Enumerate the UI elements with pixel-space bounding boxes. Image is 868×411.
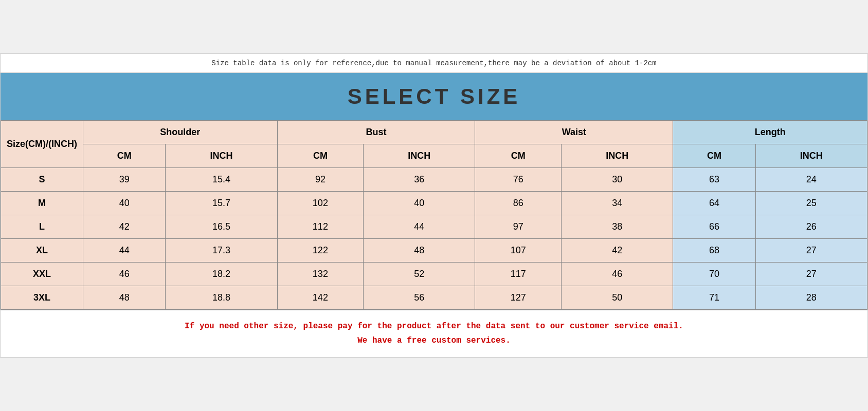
data-cell: 107: [475, 239, 562, 263]
data-cell: 76: [475, 168, 562, 192]
shoulder-group-header: Shoulder: [83, 121, 278, 144]
size-column-header: Size(CM)/(INCH): [1, 121, 83, 168]
table-row: XXL4618.213252117467027: [1, 263, 867, 286]
table-row: 3XL4818.814256127507128: [1, 286, 867, 310]
data-cell: 63: [673, 168, 755, 192]
data-cell: 52: [364, 263, 475, 286]
data-cell: 24: [755, 168, 867, 192]
data-cell: 18.2: [166, 263, 277, 286]
data-cell: 38: [562, 215, 673, 239]
data-cell: 16.5: [166, 215, 277, 239]
data-cell: 26: [755, 215, 867, 239]
size-label-cell: L: [1, 215, 83, 239]
shoulder-inch-header: INCH: [166, 144, 277, 168]
table-header-group-row: Size(CM)/(INCH) Shoulder Bust Waist Leng…: [1, 121, 867, 144]
data-cell: 48: [83, 286, 166, 310]
waist-inch-header: INCH: [562, 144, 673, 168]
data-cell: 15.7: [166, 192, 277, 215]
table-row: S3915.4923676306324: [1, 168, 867, 192]
data-cell: 34: [562, 192, 673, 215]
bust-cm-header: CM: [277, 144, 364, 168]
shoulder-cm-header: CM: [83, 144, 166, 168]
data-cell: 46: [83, 263, 166, 286]
data-cell: 28: [755, 286, 867, 310]
data-cell: 132: [277, 263, 364, 286]
data-cell: 40: [83, 192, 166, 215]
data-cell: 50: [562, 286, 673, 310]
data-cell: 127: [475, 286, 562, 310]
data-cell: 142: [277, 286, 364, 310]
data-cell: 30: [562, 168, 673, 192]
data-cell: 36: [364, 168, 475, 192]
length-group-header: Length: [673, 121, 867, 144]
data-cell: 92: [277, 168, 364, 192]
data-cell: 44: [83, 239, 166, 263]
table-subheader-row: CM INCH CM INCH CM INCH CM INCH: [1, 144, 867, 168]
footer-line2: We have a free custom services.: [11, 334, 857, 348]
disclaimer-text: Size table data is only for reference,du…: [1, 54, 867, 73]
data-cell: 66: [673, 215, 755, 239]
size-label-cell: XL: [1, 239, 83, 263]
data-cell: 68: [673, 239, 755, 263]
data-cell: 122: [277, 239, 364, 263]
table-body: S3915.4923676306324M4015.71024086346425L…: [1, 168, 867, 310]
header-banner: SELECT SIZE: [1, 73, 867, 120]
data-cell: 112: [277, 215, 364, 239]
data-cell: 27: [755, 239, 867, 263]
table-row: M4015.71024086346425: [1, 192, 867, 215]
table-row: XL4417.312248107426827: [1, 239, 867, 263]
footer-line1: If you need other size, please pay for t…: [11, 320, 857, 333]
waist-cm-header: CM: [475, 144, 562, 168]
bust-inch-header: INCH: [364, 144, 475, 168]
data-cell: 25: [755, 192, 867, 215]
data-cell: 71: [673, 286, 755, 310]
size-chart-container: Size table data is only for reference,du…: [0, 53, 868, 357]
data-cell: 18.8: [166, 286, 277, 310]
waist-group-header: Waist: [475, 121, 673, 144]
bust-group-header: Bust: [277, 121, 475, 144]
data-cell: 27: [755, 263, 867, 286]
length-inch-header: INCH: [755, 144, 867, 168]
data-cell: 56: [364, 286, 475, 310]
data-cell: 64: [673, 192, 755, 215]
data-cell: 17.3: [166, 239, 277, 263]
data-cell: 42: [83, 215, 166, 239]
footer-note: If you need other size, please pay for t…: [1, 310, 867, 357]
data-cell: 42: [562, 239, 673, 263]
data-cell: 40: [364, 192, 475, 215]
data-cell: 70: [673, 263, 755, 286]
size-label-cell: S: [1, 168, 83, 192]
data-cell: 102: [277, 192, 364, 215]
data-cell: 46: [562, 263, 673, 286]
size-label-cell: 3XL: [1, 286, 83, 310]
data-cell: 86: [475, 192, 562, 215]
data-cell: 97: [475, 215, 562, 239]
table-row: L4216.51124497386626: [1, 215, 867, 239]
data-cell: 44: [364, 215, 475, 239]
size-table: Size(CM)/(INCH) Shoulder Bust Waist Leng…: [1, 120, 867, 310]
page-title: SELECT SIZE: [1, 84, 867, 109]
data-cell: 48: [364, 239, 475, 263]
data-cell: 39: [83, 168, 166, 192]
data-cell: 117: [475, 263, 562, 286]
data-cell: 15.4: [166, 168, 277, 192]
length-cm-header: CM: [673, 144, 755, 168]
size-label-cell: XXL: [1, 263, 83, 286]
size-label-cell: M: [1, 192, 83, 215]
